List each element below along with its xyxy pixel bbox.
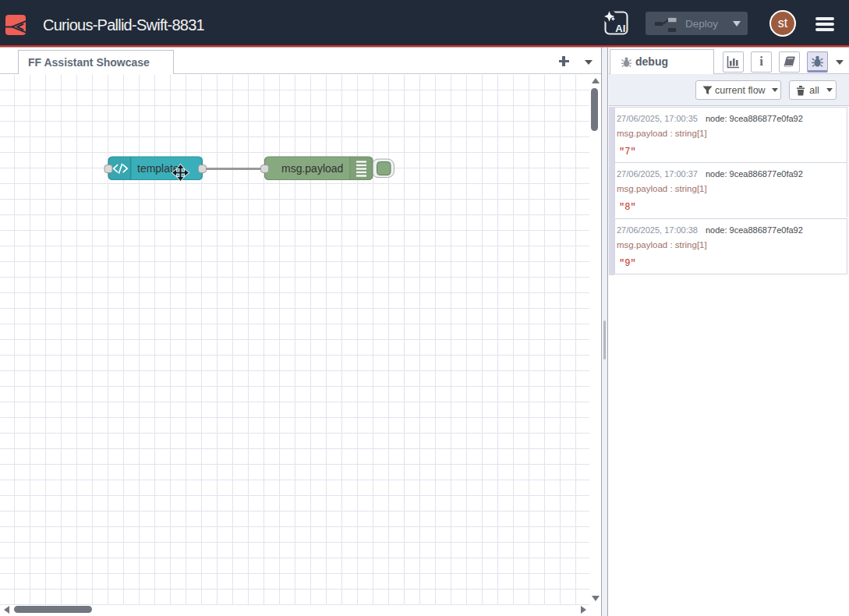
svg-text:AI: AI: [615, 23, 625, 34]
svg-text:msg.payload: msg.payload: [281, 162, 343, 175]
